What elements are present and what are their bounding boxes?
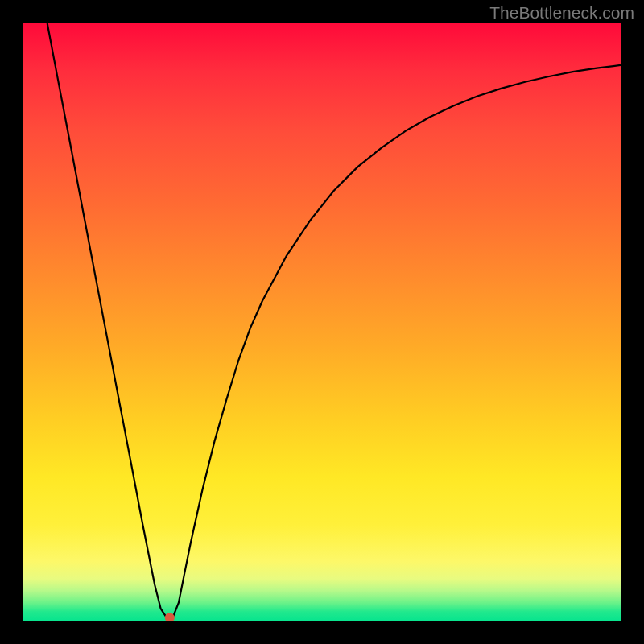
plot-area: [23, 23, 621, 621]
watermark-text: TheBottleneck.com: [489, 3, 634, 23]
bottleneck-curve: [23, 23, 621, 621]
svg-point-0: [165, 613, 175, 621]
chart-container: TheBottleneck.com: [0, 0, 644, 644]
